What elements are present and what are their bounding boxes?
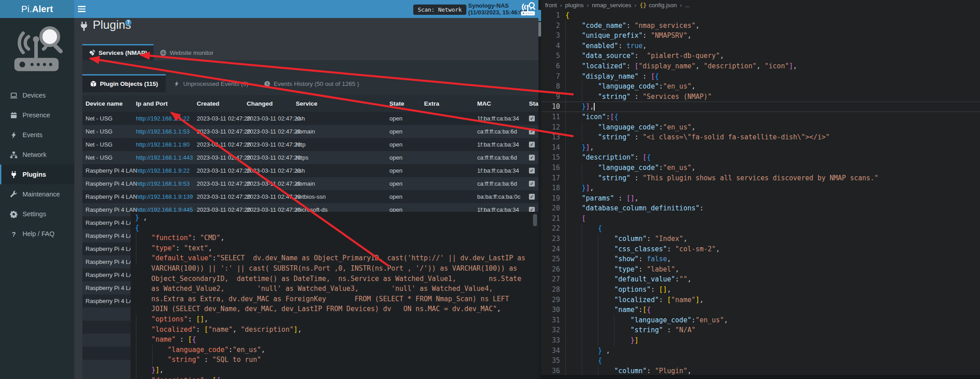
column-header-extra[interactable]: Extra: [424, 100, 477, 107]
column-header-mac[interactable]: MAC: [477, 100, 529, 107]
sidebar-item-devices[interactable]: Devices: [0, 85, 74, 105]
line-number: 27: [541, 274, 560, 285]
mac-cell: 1f:ba:ff:ca:ba:34: [477, 115, 529, 122]
status-checkbox[interactable]: ✓: [529, 168, 535, 174]
port-link[interactable]: http://192.168.1.1:22: [136, 115, 197, 122]
tab-services[interactable]: Services (NMAP): [82, 44, 154, 60]
subtab-unprocessed[interactable]: Unprocessed Events (0): [166, 74, 256, 92]
column-header-state[interactable]: State: [389, 100, 424, 107]
pialert-logo-icon: [11, 23, 64, 76]
table-row: Raspberry Pi 4 LANhttp://192.168.1.9:222…: [82, 164, 538, 177]
sidebar-item-label: Maintenance: [23, 191, 60, 198]
status-checkbox[interactable]: ✓: [529, 155, 535, 161]
column-header-service[interactable]: Service: [296, 100, 389, 107]
line-code: "params" : [],: [565, 193, 639, 204]
line-number: 20: [541, 203, 560, 214]
state-cell: open: [389, 154, 424, 161]
subtab-objects[interactable]: Plugin Objects (115): [82, 74, 166, 92]
editor-line: 33 }]: [541, 335, 980, 346]
editor-line: 20 "database_column_definitions":: [541, 203, 980, 214]
port-link[interactable]: http://192.168.1.1:53: [136, 128, 197, 135]
line-number: 18: [541, 183, 560, 193]
editor-bottom-bar: [541, 375, 980, 379]
mac-cell: 1f:ba:ff:ca:ba:34: [477, 167, 529, 174]
breadcrumb-item[interactable]: ...: [685, 2, 690, 9]
port-link[interactable]: http://192.168.1.9:139: [136, 193, 197, 200]
help-badge[interactable]: ?: [125, 19, 131, 26]
sidebar-item-help[interactable]: ?Help / FAQ: [0, 224, 74, 244]
breadcrumb-separator: ›: [634, 2, 636, 9]
tab-label: Website monitor: [170, 49, 213, 56]
line-number: 8: [541, 81, 560, 92]
editor-lines[interactable]: 1{2 "code_name": "nmap_services",3 "uniq…: [541, 10, 980, 376]
breadcrumb-item[interactable]: nmap_services: [592, 2, 631, 9]
overlay-code-line: "options": [],: [135, 314, 538, 325]
line-code: "column": "Index",: [565, 234, 687, 244]
plug-icon: [79, 21, 89, 31]
line-code: "language_code":"en_us",: [565, 315, 728, 325]
sidebar-item-label: Network: [23, 151, 46, 158]
line-code: {: [565, 356, 602, 366]
state-cell: open: [389, 141, 424, 148]
overlay-code-line: JOIN (SELECT dev_Name, dev_MAC, dev_Last…: [135, 304, 538, 314]
line-number: 16: [541, 163, 560, 173]
brand-logo[interactable]: Pi.Alert: [0, 0, 74, 18]
brand-alert: Alert: [32, 4, 53, 14]
sidebar-item-events[interactable]: Events: [0, 125, 74, 145]
device-cell: Net - USG: [86, 154, 136, 161]
wrench-icon: [10, 191, 18, 198]
port-link[interactable]: http://192.168.1.9:22: [136, 167, 197, 174]
overlay-code-line: "type": "text",: [135, 243, 538, 254]
sidebar-item-presence[interactable]: Presence: [0, 105, 74, 125]
port-link[interactable]: http://192.168.1.1:443: [136, 154, 197, 161]
service-cell: ssh: [296, 167, 389, 174]
status-checkbox[interactable]: ✓: [529, 181, 535, 187]
sitemap-icon: [10, 151, 18, 159]
device-cell: Raspberry Pi 4 LAN: [86, 193, 136, 200]
overlay-scrollbar-thumb[interactable]: [533, 214, 537, 226]
status-checkbox[interactable]: ✓: [529, 129, 535, 134]
status-checkbox[interactable]: ✓: [529, 116, 535, 121]
sidebar-item-network[interactable]: Network: [0, 145, 74, 165]
menu-toggle-icon[interactable]: [78, 6, 86, 12]
sidebar-item-plugins[interactable]: Plugins: [0, 165, 74, 184]
port-link[interactable]: http://192.168.1.1:80: [136, 141, 197, 148]
overlay-code-line: "function": "CMD",: [135, 233, 538, 243]
question-icon: ?: [10, 230, 18, 238]
column-header-changed[interactable]: Changed: [247, 100, 296, 107]
editor-line: 14 }],: [541, 143, 980, 153]
editor-line: 23 "column": "Index",: [541, 234, 980, 244]
editor-line: 30 "name":[{: [541, 305, 980, 315]
state-cell: open: [389, 193, 424, 200]
created-cell: 2023-03-11 02:47:20: [197, 128, 247, 135]
column-header-ip[interactable]: Ip and Port: [136, 100, 197, 107]
editor-line: 27 "default_value":"",: [541, 274, 980, 285]
created-cell: 2023-03-11 02:47:20: [197, 141, 247, 148]
sidebar-item-label: Help / FAQ: [23, 230, 54, 237]
breadcrumb-item[interactable]: {}config.json: [640, 2, 677, 9]
port-link[interactable]: http://192.168.1.9:53: [136, 180, 197, 187]
status-checkbox[interactable]: ✓: [529, 142, 535, 147]
sidebar-item-maintenance[interactable]: Maintenance: [0, 184, 74, 204]
breadcrumb-separator: ›: [560, 2, 562, 9]
editor-line: 15 "description": [{: [541, 152, 980, 163]
tab-website[interactable]: Website monitor: [154, 44, 220, 60]
editor-line: 7 "display_name" : [{: [541, 71, 980, 82]
code-overlay-panel: } ,{ "function": "CMD", "type": "text", …: [131, 212, 538, 379]
changed-cell: 2023-03-11 02:47:20: [247, 128, 296, 135]
line-number: 2: [541, 21, 560, 31]
overlay-code-line: "string" : "SQL to run": [135, 355, 538, 365]
sidebar-item-label: Devices: [23, 92, 46, 99]
nas-info: Synology-NAS (11/03/2023, 15:46:07): [468, 2, 528, 16]
status-checkbox[interactable]: ✓: [529, 194, 535, 200]
breadcrumb-item[interactable]: front: [545, 2, 557, 9]
subtab-label: Unprocessed Events (0): [183, 80, 248, 87]
breadcrumb-item[interactable]: plugins: [565, 2, 583, 9]
column-header-created[interactable]: Created: [197, 100, 247, 107]
sidebar-item-settings[interactable]: Settings: [0, 204, 74, 224]
clock-icon: [264, 80, 271, 87]
column-header-device[interactable]: Device name: [86, 100, 136, 107]
line-code: "language_code":"en_us",: [565, 81, 695, 92]
subtab-history[interactable]: Events History (50 out of 1265 ): [256, 74, 367, 92]
line-number: 25: [541, 254, 560, 264]
